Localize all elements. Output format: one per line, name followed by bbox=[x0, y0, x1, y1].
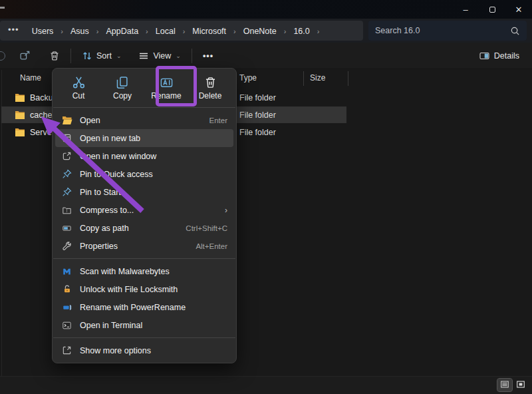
column-header-size[interactable]: Size bbox=[310, 73, 325, 83]
column-divider[interactable] bbox=[303, 71, 304, 86]
breadcrumb-separator[interactable]: › bbox=[316, 27, 321, 35]
close-button[interactable]: ✕ bbox=[505, 0, 532, 19]
breadcrumb-item-appdata[interactable]: AppData bbox=[100, 25, 144, 38]
file-type: File folder bbox=[239, 89, 276, 106]
breadcrumb-item-local[interactable]: Local bbox=[150, 25, 182, 38]
menu-item-shortcut: Alt+Enter bbox=[196, 242, 227, 250]
clipped-toolbar-icon bbox=[0, 51, 5, 61]
view-label: View bbox=[153, 51, 171, 61]
view-toggles bbox=[497, 379, 528, 391]
chevron-down-icon: ⌄ bbox=[176, 53, 181, 59]
rename-quick-action[interactable]: Rename bbox=[147, 73, 186, 102]
details-pane-button[interactable]: Details bbox=[473, 46, 525, 66]
minimize-button[interactable]: – bbox=[452, 0, 479, 19]
menu-item-label: Open bbox=[80, 116, 100, 125]
breadcrumb-item-users[interactable]: Users bbox=[26, 25, 60, 38]
compress-icon bbox=[61, 206, 72, 215]
folder-icon bbox=[15, 93, 25, 102]
menu-item-label: Show more options bbox=[80, 346, 151, 355]
address-bar: ••• Users›Asus›AppData›Local›Microsoft›O… bbox=[0, 19, 532, 43]
context-menu-item-open-in-new-window[interactable]: Open in new window bbox=[55, 147, 233, 165]
window-edge-artifact bbox=[0, 7, 5, 9]
breadcrumb-item-onenote[interactable]: OneNote bbox=[237, 25, 283, 38]
context-menu-item-rename-with-powerrename[interactable]: Rename with PowerRename bbox=[55, 298, 233, 316]
column-header-name[interactable]: Name bbox=[20, 73, 41, 83]
search-input[interactable]: Search 16.0 bbox=[368, 21, 527, 41]
terminal-icon bbox=[61, 321, 72, 330]
toolbar-divider bbox=[192, 49, 192, 63]
search-placeholder: Search 16.0 bbox=[375, 26, 510, 35]
share-icon bbox=[19, 50, 31, 61]
breadcrumb-item-asus[interactable]: Asus bbox=[65, 25, 95, 38]
details-pane-icon bbox=[479, 51, 490, 61]
context-menu-item-scan-with-malwarebytes[interactable]: Scan with Malwarebytes bbox=[55, 262, 233, 280]
breadcrumb-separator[interactable]: › bbox=[59, 27, 65, 35]
copy-icon bbox=[116, 76, 129, 89]
context-menu-item-properties[interactable]: PropertiesAlt+Enter bbox=[55, 237, 233, 255]
context-menu-item-pin-to-start[interactable]: Pin to Start bbox=[55, 183, 233, 201]
copy-path-icon bbox=[61, 224, 72, 233]
pin-icon bbox=[61, 187, 72, 197]
quick-action-label: Rename bbox=[151, 91, 181, 100]
menu-item-label: Pin to Quick access bbox=[80, 170, 153, 179]
file-type: File folder bbox=[239, 106, 276, 123]
ellipsis-icon: ••• bbox=[203, 51, 213, 61]
context-menu-item-unlock-with-file-locksmith[interactable]: Unlock with File Locksmith bbox=[55, 280, 233, 298]
breadcrumb-items: Users›Asus›AppData›Local›Microsoft›OneNo… bbox=[26, 25, 321, 37]
close-icon: ✕ bbox=[515, 5, 523, 15]
breadcrumb-separator[interactable]: › bbox=[232, 27, 237, 35]
quick-action-label: Delete bbox=[199, 91, 222, 100]
breadcrumb-overflow-button[interactable]: ••• bbox=[7, 25, 25, 37]
context-menu-item-open[interactable]: OpenEnter bbox=[55, 111, 233, 129]
context-menu-item-compress-to[interactable]: Compress to...› bbox=[55, 201, 233, 219]
share-button[interactable] bbox=[13, 45, 37, 66]
menu-item-label: Compress to... bbox=[80, 206, 134, 215]
menu-item-label: Pin to Start bbox=[80, 188, 121, 197]
cut-quick-action[interactable]: Cut bbox=[59, 73, 98, 102]
file-type: File folder bbox=[239, 124, 276, 140]
menu-item-label: Scan with Malwarebytes bbox=[80, 267, 170, 276]
submenu-chevron-icon: › bbox=[225, 206, 227, 215]
sort-button[interactable]: Sort ⌄ bbox=[76, 46, 127, 66]
menu-item-label: Open in new window bbox=[80, 152, 156, 161]
menu-item-shortcut: Enter bbox=[209, 116, 228, 124]
large-icons-view-button[interactable] bbox=[513, 379, 528, 391]
column-divider[interactable] bbox=[348, 71, 348, 86]
breadcrumb-item-16-0[interactable]: 16.0 bbox=[287, 25, 315, 38]
copy-quick-action[interactable]: Copy bbox=[103, 73, 142, 102]
details-view-button[interactable] bbox=[497, 379, 512, 391]
folder-icon bbox=[15, 128, 25, 137]
menu-item-label: Unlock with File Locksmith bbox=[80, 285, 178, 294]
more-options-button[interactable]: ••• bbox=[197, 47, 219, 65]
delete-quick-action[interactable]: Delete bbox=[191, 73, 229, 102]
list-view-icon bbox=[500, 380, 509, 391]
delete-icon bbox=[204, 76, 217, 89]
context-menu-item-open-in-terminal[interactable]: Open in Terminal bbox=[55, 316, 233, 334]
breadcrumb-item-microsoft[interactable]: Microsoft bbox=[186, 25, 232, 38]
breadcrumb-separator[interactable]: › bbox=[144, 27, 150, 35]
context-menu-item-open-in-new-tab[interactable]: Open in new tab bbox=[55, 129, 233, 147]
menu-item-label: Rename with PowerRename bbox=[80, 303, 186, 312]
file-name: cache bbox=[30, 110, 52, 120]
view-button[interactable]: View ⌄ bbox=[132, 46, 186, 66]
breadcrumb: ••• Users›Asus›AppData›Local›Microsoft›O… bbox=[0, 21, 363, 41]
menu-item-shortcut: Ctrl+Shift+C bbox=[186, 224, 227, 232]
folder-icon bbox=[15, 110, 25, 120]
window-controls: – ✕ bbox=[452, 0, 532, 19]
menu-item-label: Open in Terminal bbox=[80, 321, 142, 330]
cut-icon bbox=[72, 75, 86, 89]
column-header-type[interactable]: Type bbox=[239, 73, 257, 83]
maximize-button[interactable] bbox=[479, 0, 505, 19]
search-icon[interactable] bbox=[510, 26, 520, 36]
context-menu-item-pin-to-quick-access[interactable]: Pin to Quick access bbox=[55, 165, 233, 183]
file-explorer-window: – ✕ ••• Users›Asus›AppData›Local›Microso… bbox=[0, 0, 532, 394]
file-locksmith-icon bbox=[61, 284, 72, 294]
delete-toolbar-button[interactable] bbox=[43, 46, 66, 66]
new-tab-icon bbox=[61, 133, 72, 143]
menu-item-label: Copy as path bbox=[80, 224, 129, 233]
sort-label: Sort bbox=[96, 51, 112, 61]
context-menu-item-copy-as-path[interactable]: Copy as pathCtrl+Shift+C bbox=[55, 219, 233, 237]
command-toolbar: Sort ⌄ View ⌄ ••• Details bbox=[0, 43, 532, 69]
context-menu-item-show-more-options[interactable]: Show more options bbox=[55, 341, 233, 359]
menu-divider bbox=[53, 107, 235, 108]
